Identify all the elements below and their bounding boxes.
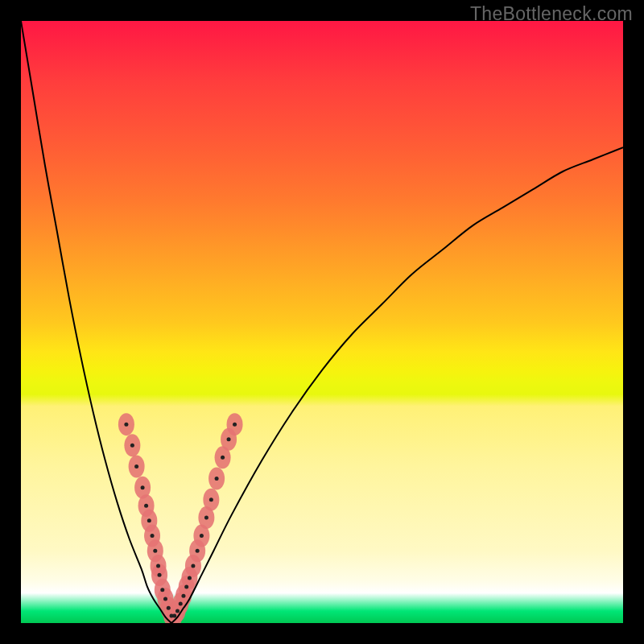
point-dot	[200, 534, 204, 538]
point-dot	[158, 573, 162, 577]
point-dot	[175, 609, 180, 613]
point-dot	[227, 437, 231, 441]
point-dot	[124, 423, 128, 427]
point-dot	[181, 594, 185, 598]
point-dot	[134, 464, 138, 469]
point-dot	[172, 614, 176, 618]
point-dot	[233, 423, 237, 427]
right-curve-line	[171, 147, 623, 623]
point-dot	[141, 485, 145, 489]
point-dot	[153, 549, 157, 553]
point-dot	[188, 576, 192, 580]
point-dot	[160, 588, 164, 592]
chart-plot-area	[21, 21, 623, 623]
point-dot	[221, 456, 225, 460]
point-dot	[156, 564, 160, 568]
point-dot	[204, 516, 208, 520]
data-point-blobs	[118, 413, 243, 623]
point-dot	[215, 477, 219, 481]
chart-svg	[21, 21, 623, 623]
point-dot	[191, 564, 195, 568]
point-dot	[184, 585, 188, 589]
point-dot	[179, 602, 183, 606]
watermark-text: TheBottleneck.com	[470, 3, 633, 25]
point-dot	[163, 597, 167, 601]
point-dot	[151, 534, 155, 538]
point-dot	[130, 444, 134, 448]
point-dot	[144, 504, 148, 508]
point-dot	[196, 549, 200, 553]
point-dot	[209, 497, 213, 502]
point-dot	[147, 518, 151, 522]
point-dot	[167, 606, 171, 610]
